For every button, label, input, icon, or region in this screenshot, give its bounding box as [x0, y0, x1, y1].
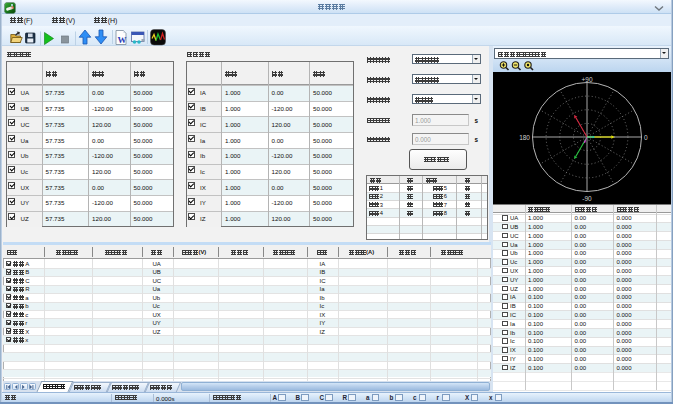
svg-text:+90: +90: [581, 76, 592, 83]
svg-text:0: 0: [644, 133, 648, 140]
svg-text:180: 180: [519, 133, 530, 140]
svg-text:W: W: [118, 34, 127, 44]
svg-text:-90: -90: [582, 194, 592, 201]
